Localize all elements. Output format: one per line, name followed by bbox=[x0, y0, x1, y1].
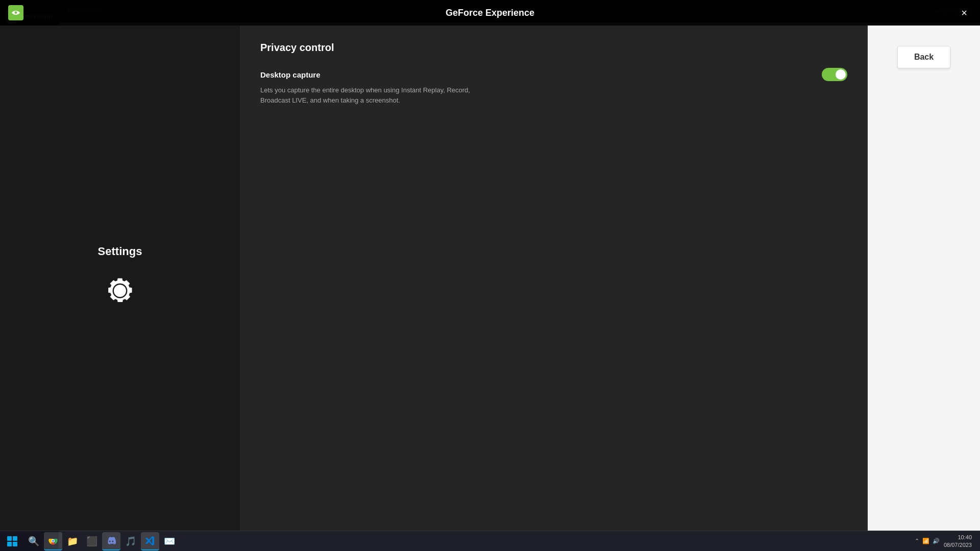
systray-up-arrow[interactable]: ⌃ bbox=[915, 538, 919, 544]
desktop-capture-toggle[interactable] bbox=[822, 68, 847, 81]
vscode-icon bbox=[145, 536, 155, 546]
nvidia-logo bbox=[8, 5, 23, 20]
taskbar-clock: 10:40 08/07/2023 bbox=[944, 534, 972, 548]
nvidia-eye-icon bbox=[11, 9, 21, 17]
systray: ⌃ 📶 🔊 bbox=[915, 538, 940, 544]
settings-panel: Settings bbox=[0, 26, 240, 531]
geforce-modal-body: Settings Privacy control Desktop capture… bbox=[0, 26, 980, 531]
taskbar-search[interactable]: 🔍 bbox=[24, 532, 43, 550]
taskbar-terminal[interactable]: ⬛ bbox=[83, 532, 101, 550]
taskbar-mail[interactable]: ✉️ bbox=[160, 532, 179, 550]
geforce-titlebar: GeForce Experience × bbox=[0, 0, 980, 26]
discord-icon bbox=[106, 536, 116, 546]
taskbar-explorer[interactable]: 📁 bbox=[63, 532, 82, 550]
taskbar-right: ⌃ 📶 🔊 10:40 08/07/2023 bbox=[915, 534, 976, 548]
desktop-capture-desc: Lets you capture the entire desktop when… bbox=[260, 85, 475, 105]
windows-logo-icon bbox=[7, 536, 17, 546]
taskbar-apps: 🔍 📁 ⬛ 🎵 ✉️ bbox=[24, 532, 915, 550]
settings-title: Settings bbox=[98, 245, 142, 258]
network-icon: 📶 bbox=[922, 538, 929, 544]
desktop-capture-title: Desktop capture bbox=[260, 70, 321, 79]
clock-time: 10:40 bbox=[944, 534, 972, 541]
svg-point-2 bbox=[52, 540, 54, 542]
taskbar-discord[interactable] bbox=[102, 532, 120, 550]
taskbar-vscode[interactable] bbox=[141, 532, 159, 550]
taskbar-chrome[interactable] bbox=[44, 532, 62, 550]
privacy-title: Privacy control bbox=[260, 42, 847, 54]
geforce-window-title: GeForce Experience bbox=[446, 8, 534, 18]
taskbar-spotify[interactable]: 🎵 bbox=[121, 532, 140, 550]
desktop-capture-item: Desktop capture Lets you capture the ent… bbox=[260, 68, 847, 105]
volume-icon: 🔊 bbox=[933, 538, 940, 544]
taskbar: 🔍 📁 ⬛ 🎵 ✉️ ⌃ � bbox=[0, 531, 980, 551]
chrome-icon bbox=[48, 536, 58, 546]
gear-icon bbox=[100, 270, 140, 311]
geforce-overlay: GeForce Experience × Settings Privacy co… bbox=[0, 0, 980, 531]
clock-date: 08/07/2023 bbox=[944, 541, 972, 548]
geforce-close-btn[interactable]: × bbox=[957, 5, 972, 20]
desktop-capture-header: Desktop capture bbox=[260, 68, 847, 81]
back-button[interactable]: Back bbox=[897, 46, 950, 68]
back-panel: Back bbox=[868, 26, 980, 531]
start-button[interactable] bbox=[4, 533, 20, 549]
privacy-panel: Privacy control Desktop capture Lets you… bbox=[240, 26, 868, 531]
